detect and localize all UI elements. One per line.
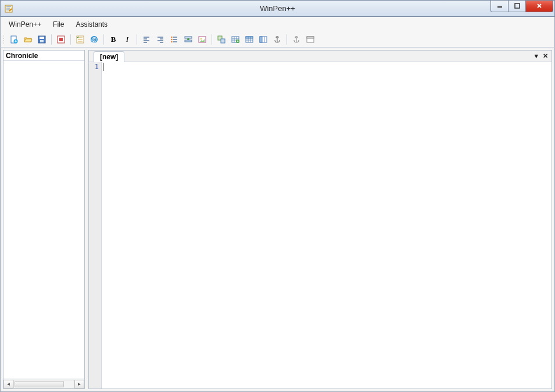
- tabstrip: [new] ▾ ✕: [89, 51, 552, 62]
- svg-rect-21: [221, 39, 225, 43]
- scroll-track[interactable]: [13, 380, 74, 389]
- toolbar-separator: [70, 34, 71, 45]
- titlebar: WinPen++: [0, 0, 555, 17]
- tab-new[interactable]: [new]: [94, 51, 124, 62]
- svg-point-19: [200, 38, 202, 39]
- insert-row-icon[interactable]: [182, 33, 195, 46]
- menu-winpen[interactable]: WinPen++: [3, 18, 47, 31]
- menu-assistants[interactable]: Assistants: [70, 18, 113, 31]
- tab-close-icon[interactable]: ✕: [543, 52, 548, 60]
- bold-icon[interactable]: B: [107, 33, 120, 46]
- svg-point-15: [171, 41, 172, 42]
- content-area: Chronicle ◄ ► [new] ▾ ✕ 1: [0, 48, 555, 392]
- table-insert-icon[interactable]: [229, 33, 242, 46]
- svg-rect-9: [59, 38, 63, 41]
- line-gutter: 1: [89, 62, 102, 389]
- svg-point-13: [171, 36, 172, 37]
- minimize-button[interactable]: [490, 1, 509, 12]
- scroll-right-icon[interactable]: ►: [74, 380, 84, 389]
- sidebar-body[interactable]: [3, 61, 84, 379]
- line-number: 1: [89, 63, 99, 71]
- editor-area: [new] ▾ ✕ 1: [88, 50, 552, 389]
- checklist-icon[interactable]: [74, 33, 87, 46]
- panel-icon[interactable]: [304, 33, 317, 46]
- anchor-icon[interactable]: [271, 33, 284, 46]
- toolbar-separator: [51, 34, 52, 45]
- italic-icon[interactable]: I: [121, 33, 134, 46]
- svg-rect-7: [40, 40, 44, 42]
- toolbar-separator: [212, 34, 212, 45]
- image-icon[interactable]: [196, 33, 209, 46]
- scroll-thumb[interactable]: [15, 381, 64, 387]
- align-right-icon[interactable]: [154, 33, 167, 46]
- toolbar-separator: [103, 34, 104, 45]
- tab-menu-icon[interactable]: ▾: [535, 52, 538, 60]
- anchor-alt-icon[interactable]: [290, 33, 303, 46]
- tabstrip-controls: ▾ ✕: [535, 51, 552, 62]
- columns-icon[interactable]: [257, 33, 270, 46]
- stop-icon[interactable]: [55, 33, 67, 46]
- sidebar-scrollbar[interactable]: ◄ ►: [3, 379, 84, 389]
- editor[interactable]: 1: [89, 62, 552, 389]
- new-file-icon[interactable]: [8, 33, 20, 46]
- svg-rect-2: [515, 3, 520, 8]
- app-icon: [4, 4, 13, 13]
- window-title: WinPen++: [260, 4, 295, 13]
- table-icon[interactable]: [243, 33, 256, 46]
- menu-file[interactable]: File: [47, 18, 70, 31]
- svg-rect-1: [497, 6, 502, 8]
- menubar: WinPen++ File Assistants: [0, 17, 555, 31]
- sidebar-title: Chronicle: [3, 51, 84, 61]
- at-icon[interactable]: @: [88, 33, 101, 46]
- svg-point-14: [171, 38, 172, 39]
- save-icon[interactable]: [35, 33, 48, 46]
- align-left-icon[interactable]: [140, 33, 153, 46]
- sidebar: Chronicle ◄ ►: [3, 50, 85, 389]
- toolbar-separator: [137, 34, 137, 45]
- close-button[interactable]: [525, 1, 553, 12]
- svg-rect-27: [260, 37, 262, 42]
- svg-rect-25: [246, 37, 253, 38]
- svg-rect-16: [185, 37, 192, 38]
- toolbar-separator: [287, 34, 287, 45]
- svg-text:@: @: [91, 37, 97, 43]
- svg-rect-31: [307, 37, 314, 38]
- toolbar-grip[interactable]: [3, 34, 5, 45]
- text-caret: [103, 63, 103, 71]
- toolbar: @ B I: [0, 31, 555, 48]
- open-folder-icon[interactable]: [22, 33, 34, 46]
- svg-rect-6: [40, 37, 44, 39]
- list-bullet-icon[interactable]: [168, 33, 181, 46]
- scroll-left-icon[interactable]: ◄: [3, 380, 13, 389]
- link-icon[interactable]: [215, 33, 228, 46]
- code-area[interactable]: [102, 62, 552, 389]
- svg-rect-17: [185, 40, 192, 42]
- maximize-button[interactable]: [508, 1, 526, 12]
- window-controls: [491, 1, 553, 12]
